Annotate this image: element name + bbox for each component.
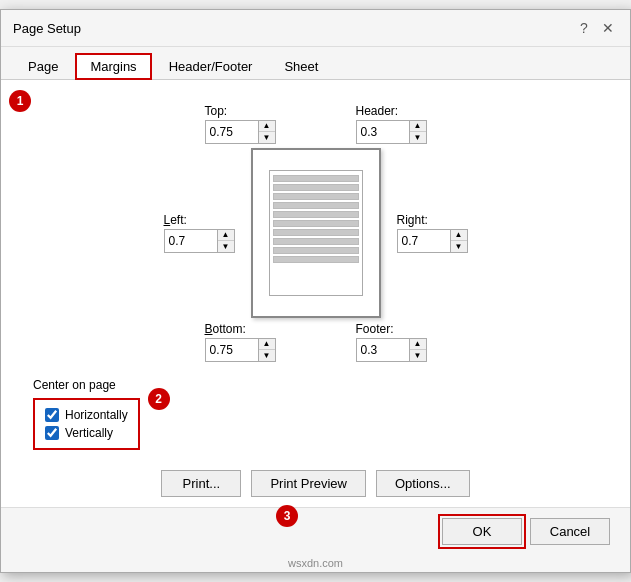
right-up-btn[interactable]: ▲ <box>451 230 467 241</box>
left-down-btn[interactable]: ▼ <box>218 241 234 252</box>
tab-bar: Page Margins Header/Footer Sheet <box>1 47 630 80</box>
bottom-field: Bottom: ▲ ▼ <box>205 322 276 362</box>
table-preview-row <box>273 175 359 182</box>
left-input[interactable] <box>165 230 217 252</box>
header-spinner[interactable]: ▲ ▼ <box>356 120 427 144</box>
horizontally-checkbox[interactable] <box>45 408 59 422</box>
footer-input[interactable] <box>357 339 409 361</box>
tab-sheet[interactable]: Sheet <box>269 53 333 79</box>
close-button[interactable]: ✕ <box>598 18 618 38</box>
page-setup-dialog: Page Setup ? ✕ Page Margins Header/Foote… <box>0 9 631 573</box>
bottom-label: Bottom: <box>205 322 246 336</box>
footer-up-btn[interactable]: ▲ <box>410 339 426 350</box>
bottom-buttons: 3 OK Cancel <box>1 507 630 555</box>
top-input[interactable] <box>206 121 258 143</box>
ok-button[interactable]: OK <box>442 518 522 545</box>
vertically-label: Vertically <box>65 426 113 440</box>
left-spinner-btns: ▲ ▼ <box>217 230 234 252</box>
table-preview-row <box>273 193 359 200</box>
top-row: Top: ▲ ▼ Header: ▲ <box>205 104 427 144</box>
margins-layout: Top: ▲ ▼ Header: ▲ <box>21 96 610 362</box>
cancel-button[interactable]: Cancel <box>530 518 610 545</box>
top-field: Top: ▲ ▼ <box>205 104 276 144</box>
header-spinner-btns: ▲ ▼ <box>409 121 426 143</box>
title-bar: Page Setup ? ✕ <box>1 10 630 47</box>
tab-margins[interactable]: Margins <box>75 53 151 80</box>
bottom-up-btn[interactable]: ▲ <box>259 339 275 350</box>
top-down-btn[interactable]: ▼ <box>259 132 275 143</box>
footer-label: Footer: <box>356 322 394 336</box>
bottom-input[interactable] <box>206 339 258 361</box>
middle-row: Left: ▲ ▼ <box>164 148 468 318</box>
vertically-checkbox[interactable] <box>45 426 59 440</box>
right-spinner[interactable]: ▲ ▼ <box>397 229 468 253</box>
horizontally-label: Horizontally <box>65 408 128 422</box>
right-input[interactable] <box>398 230 450 252</box>
table-preview-row <box>273 211 359 218</box>
print-preview-button[interactable]: Print Preview <box>251 470 366 497</box>
table-preview-row <box>273 202 359 209</box>
badge-3: 3 <box>276 505 298 527</box>
help-button[interactable]: ? <box>574 18 594 38</box>
footer-text: wsxdn.com <box>288 557 343 569</box>
footer-field: Footer: ▲ ▼ <box>356 322 427 362</box>
page-inner <box>269 170 363 296</box>
table-preview-row <box>273 247 359 254</box>
table-preview-row <box>273 220 359 227</box>
table-preview-row <box>273 256 359 263</box>
title-bar-controls: ? ✕ <box>574 18 618 38</box>
print-button[interactable]: Print... <box>161 470 241 497</box>
horizontally-checkbox-item[interactable]: Horizontally <box>45 408 128 422</box>
bottom-spinner-btns: ▲ ▼ <box>258 339 275 361</box>
center-on-page-section: Center on page Horizontally Vertically 2 <box>21 378 610 450</box>
right-label: Right: <box>397 213 428 227</box>
header-field: Header: ▲ ▼ <box>356 104 427 144</box>
right-field: Right: ▲ ▼ <box>397 213 468 253</box>
dialog-title: Page Setup <box>13 21 81 36</box>
footer-bar: wsxdn.com <box>1 555 630 572</box>
header-up-btn[interactable]: ▲ <box>410 121 426 132</box>
left-field: Left: ▲ ▼ <box>164 213 235 253</box>
header-input[interactable] <box>357 121 409 143</box>
page-preview <box>251 148 381 318</box>
vertically-checkbox-item[interactable]: Vertically <box>45 426 128 440</box>
left-label: Left: <box>164 213 187 227</box>
top-up-btn[interactable]: ▲ <box>259 121 275 132</box>
print-buttons-row: Print... Print Preview Options... <box>21 470 610 497</box>
tab-header-footer[interactable]: Header/Footer <box>154 53 268 79</box>
header-down-btn[interactable]: ▼ <box>410 132 426 143</box>
tab-content: 1 Top: ▲ ▼ Header: <box>1 80 630 507</box>
badge-1: 1 <box>9 90 31 112</box>
top-spinner-btns: ▲ ▼ <box>258 121 275 143</box>
table-preview-row <box>273 184 359 191</box>
bottom-row: Bottom: ▲ ▼ Footer: ▲ <box>205 322 427 362</box>
ok-cancel-group: 3 OK Cancel <box>442 518 610 545</box>
header-label: Header: <box>356 104 399 118</box>
footer-spinner[interactable]: ▲ ▼ <box>356 338 427 362</box>
footer-spinner-btns: ▲ ▼ <box>409 339 426 361</box>
table-preview-row <box>273 238 359 245</box>
right-spinner-btns: ▲ ▼ <box>450 230 467 252</box>
bottom-spinner[interactable]: ▲ ▼ <box>205 338 276 362</box>
checkbox-group: Horizontally Vertically <box>33 398 140 450</box>
right-down-btn[interactable]: ▼ <box>451 241 467 252</box>
top-spinner[interactable]: ▲ ▼ <box>205 120 276 144</box>
center-on-page-title: Center on page <box>33 378 610 392</box>
footer-down-btn[interactable]: ▼ <box>410 350 426 361</box>
bottom-down-btn[interactable]: ▼ <box>259 350 275 361</box>
badge-2: 2 <box>148 388 170 410</box>
table-preview-row <box>273 229 359 236</box>
tab-page[interactable]: Page <box>13 53 73 79</box>
options-button[interactable]: Options... <box>376 470 470 497</box>
left-up-btn[interactable]: ▲ <box>218 230 234 241</box>
top-label: Top: <box>205 104 228 118</box>
left-spinner[interactable]: ▲ ▼ <box>164 229 235 253</box>
